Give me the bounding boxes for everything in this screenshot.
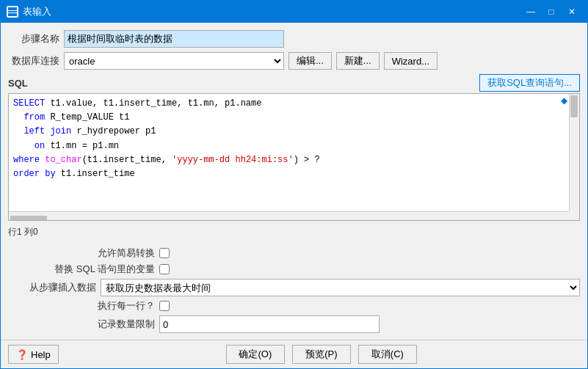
replace-sql-vars-checkbox[interactable] <box>159 264 170 274</box>
status-text: 行1 列0 <box>8 227 38 237</box>
window-title: 表输入 <box>23 5 521 18</box>
execute-each-label: 执行每一行？ <box>8 299 155 313</box>
step-name-input[interactable] <box>64 30 284 48</box>
sql-header: SQL 获取SQL查询语句... <box>8 74 580 92</box>
minimize-button[interactable]: — <box>521 4 540 19</box>
allow-simple-convert-label: 允许简易转换 <box>8 246 155 260</box>
svg-rect-2 <box>8 13 17 16</box>
options-section: 允许简易转换 替换 SQL 语句里的变量 从步骤插入数据 获取历史数据表最大时间… <box>8 244 580 336</box>
sql-vertical-scrollbar[interactable] <box>569 94 579 211</box>
scrollbar-corner <box>569 211 579 220</box>
cancel-button[interactable]: 取消(C) <box>358 345 417 364</box>
execute-each-row: 执行每一行？ <box>8 299 580 313</box>
step-insert-row: 从步骤插入数据 获取历史数据表最大时间 <box>8 279 580 296</box>
step-insert-label: 从步骤插入数据 <box>8 281 96 294</box>
footer-right: 确定(O) 预览(P) 取消(C) <box>63 345 580 364</box>
diamond-icon: ◆ <box>561 95 567 106</box>
sql-label: SQL <box>8 78 28 89</box>
records-limit-input[interactable] <box>159 315 380 333</box>
ok-button[interactable]: 确定(O) <box>226 345 285 364</box>
sql-horizontal-scrollbar[interactable] <box>9 211 569 220</box>
sql-editor-wrapper: SELECT t1.value, t1.insert_time, t1.mn, … <box>8 93 580 221</box>
help-label: Help <box>31 349 51 360</box>
sql-section: SQL 获取SQL查询语句... SELECT t1.value, t1.ins… <box>8 74 580 221</box>
title-bar: 表输入 — □ ✕ <box>1 1 587 23</box>
new-button[interactable]: 新建... <box>336 52 380 70</box>
records-limit-label: 记录数量限制 <box>8 318 155 331</box>
footer: ❓ Help 确定(O) 预览(P) 取消(C) <box>1 340 587 368</box>
main-window: 表输入 — □ ✕ 步骤名称 数据库连接 oracle 编辑... 新建... … <box>0 0 588 369</box>
records-limit-row: 记录数量限制 <box>8 315 580 333</box>
preview-button[interactable]: 预览(P) <box>292 345 351 364</box>
replace-sql-vars-label: 替换 SQL 语句里的变量 <box>8 263 155 276</box>
db-connect-label: 数据库连接 <box>8 54 59 67</box>
window-controls: — □ ✕ <box>521 4 581 19</box>
wizard-button[interactable]: Wizard... <box>384 52 438 70</box>
edit-button[interactable]: 编辑... <box>288 52 332 70</box>
svg-rect-1 <box>8 11 17 12</box>
db-connect-select[interactable]: oracle <box>64 52 284 70</box>
footer-left: ❓ Help <box>8 345 59 364</box>
allow-simple-convert-checkbox[interactable] <box>159 248 170 258</box>
question-icon: ❓ <box>16 349 28 360</box>
status-bar: 行1 列0 <box>8 225 580 239</box>
sql-editor[interactable]: SELECT t1.value, t1.insert_time, t1.mn, … <box>9 94 579 220</box>
allow-simple-convert-row: 允许简易转换 <box>8 246 580 260</box>
replace-sql-vars-row: 替换 SQL 语句里的变量 <box>8 263 580 276</box>
step-name-label: 步骤名称 <box>8 32 59 45</box>
step-insert-select[interactable]: 获取历史数据表最大时间 <box>101 279 580 296</box>
maximize-button[interactable]: □ <box>542 4 561 19</box>
svg-rect-0 <box>8 7 17 10</box>
execute-each-checkbox[interactable] <box>159 301 170 311</box>
get-sql-button[interactable]: 获取SQL查询语句... <box>479 74 580 92</box>
step-name-row: 步骤名称 <box>8 30 580 48</box>
window-icon <box>7 6 18 18</box>
db-connect-row: 数据库连接 oracle 编辑... 新建... Wizard... <box>8 52 580 70</box>
close-button[interactable]: ✕ <box>562 4 581 19</box>
help-button[interactable]: ❓ Help <box>8 345 59 364</box>
content-area: 步骤名称 数据库连接 oracle 编辑... 新建... Wizard... … <box>1 23 587 340</box>
